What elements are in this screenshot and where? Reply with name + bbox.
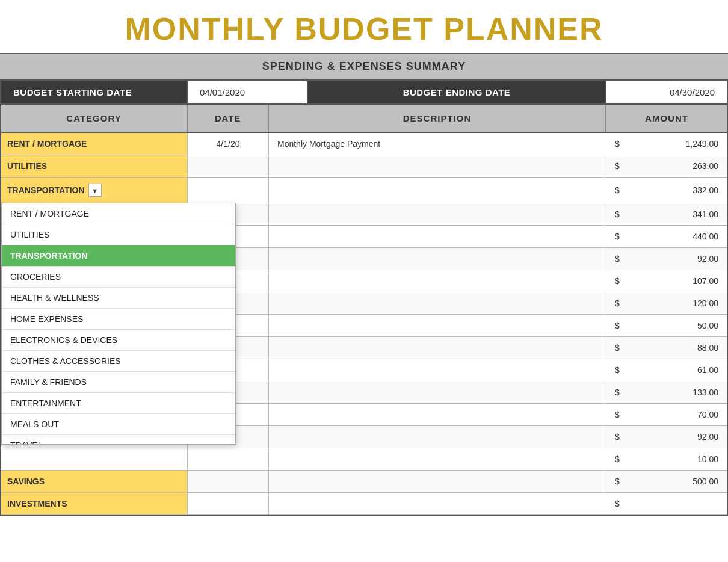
- dollar-sign: $: [615, 365, 627, 375]
- dropdown-item[interactable]: GROCERIES: [2, 267, 235, 288]
- dropdown-item[interactable]: HOME EXPENSES: [2, 309, 235, 330]
- cell-date: [188, 471, 269, 492]
- table-header: CATEGORY DATE DESCRIPTION AMOUNT: [0, 105, 728, 133]
- cell-date: [188, 493, 269, 514]
- dropdown-item[interactable]: CLOTHES & ACCESSORIES: [2, 351, 235, 372]
- cell-description: [269, 315, 606, 336]
- amount-value: 341.00: [627, 209, 718, 219]
- cell-category[interactable]: TRANSPORTATION▼RENT / MORTGAGEUTILITIEST…: [1, 178, 188, 203]
- cell-description: [269, 203, 606, 225]
- dollar-sign: $: [615, 343, 627, 353]
- cell-amount: $1,249.00: [606, 133, 727, 155]
- dollar-sign: $: [615, 432, 627, 442]
- cell-description: [269, 426, 606, 448]
- amount-value: 61.00: [627, 365, 718, 375]
- amount-value: 107.00: [627, 276, 718, 286]
- dollar-sign: $: [615, 209, 627, 219]
- dollar-sign: $: [615, 477, 627, 486]
- dropdown-list: RENT / MORTGAGEUTILITIESTRANSPORTATIONGR…: [2, 203, 235, 444]
- cell-category: [1, 448, 188, 470]
- amount-value: 1,249.00: [627, 139, 718, 149]
- dollar-sign: $: [615, 232, 627, 241]
- table-row: SAVINGS$500.00: [1, 471, 727, 493]
- amount-value: 133.00: [627, 388, 718, 397]
- dropdown-item[interactable]: HEALTH & WELLNESS: [2, 288, 235, 309]
- dropdown-item[interactable]: ENTERTAINMENT: [2, 393, 235, 414]
- category-text: RENT / MORTGAGE: [7, 139, 87, 149]
- dollar-sign: $: [615, 276, 627, 286]
- dollar-sign: $: [615, 321, 627, 330]
- cell-amount: $120.00: [606, 292, 727, 314]
- dropdown-overlay[interactable]: RENT / MORTGAGEUTILITIESTRANSPORTATIONGR…: [1, 203, 236, 445]
- cell-description: [269, 248, 606, 270]
- cell-amount: $: [606, 493, 727, 514]
- cell-category: UTILITIES: [1, 155, 188, 177]
- dropdown-item[interactable]: RENT / MORTGAGE: [2, 203, 235, 224]
- cell-amount: $500.00: [606, 471, 727, 492]
- cell-date: [188, 155, 269, 177]
- dollar-sign: $: [615, 161, 627, 171]
- budget-end-value: 04/30/2020: [606, 81, 727, 103]
- cell-amount: $341.00: [606, 203, 727, 225]
- dropdown-item[interactable]: FAMILY & FRIENDS: [2, 372, 235, 393]
- cell-description: [269, 359, 606, 381]
- cell-description: [269, 448, 606, 470]
- dropdown-item[interactable]: UTILITIES: [2, 224, 235, 245]
- cell-description: [269, 404, 606, 425]
- page-title: MONTHLY BUDGET PLANNER: [0, 11, 728, 47]
- cell-category: INVESTMENTS: [1, 493, 188, 514]
- amount-value: 332.00: [627, 185, 718, 195]
- cell-amount: $88.00: [606, 337, 727, 359]
- col-header-description: DESCRIPTION: [269, 105, 606, 132]
- cell-description: Monthly Mortgage Payment: [269, 133, 606, 155]
- cell-amount: $92.00: [606, 248, 727, 270]
- amount-value: 92.00: [627, 254, 718, 264]
- table-row: $10.00: [1, 448, 727, 471]
- amount-value: 50.00: [627, 321, 718, 330]
- dollar-sign: $: [615, 499, 627, 508]
- cell-amount: $107.00: [606, 270, 727, 292]
- cell-description: [269, 155, 606, 177]
- title-bar: MONTHLY BUDGET PLANNER: [0, 0, 728, 53]
- table-row: UTILITIES$263.00: [1, 155, 727, 178]
- category-text: INVESTMENTS: [7, 499, 67, 508]
- dollar-sign: $: [615, 410, 627, 419]
- dropdown-arrow-icon[interactable]: ▼: [88, 184, 102, 197]
- amount-value: 263.00: [627, 161, 718, 171]
- budget-end-label: BUDGET ENDING DATE: [308, 81, 606, 103]
- budget-start-value: 04/01/2020: [188, 81, 308, 103]
- cell-description: [269, 270, 606, 292]
- cell-amount: $332.00: [606, 178, 727, 203]
- cell-description: [269, 226, 606, 247]
- cell-amount: $10.00: [606, 448, 727, 470]
- dropdown-item[interactable]: TRANSPORTATION: [2, 245, 235, 267]
- cell-amount: $61.00: [606, 359, 727, 381]
- cell-amount: $50.00: [606, 315, 727, 336]
- budget-start-label: BUDGET STARTING DATE: [1, 81, 188, 103]
- subtitle-text: SPENDING & EXPENSES SUMMARY: [262, 60, 466, 72]
- category-text: UTILITIES: [7, 161, 47, 171]
- col-header-date: DATE: [188, 105, 269, 132]
- cell-date: 4/1/20: [188, 133, 269, 155]
- table-row: INVESTMENTS$: [1, 493, 727, 515]
- amount-value: 88.00: [627, 343, 718, 353]
- cell-date: [188, 178, 269, 203]
- table-row: TRANSPORTATION▼RENT / MORTGAGEUTILITIEST…: [1, 178, 727, 203]
- cell-amount: $70.00: [606, 404, 727, 425]
- amount-value: 120.00: [627, 298, 718, 308]
- dropdown-item[interactable]: MEALS OUT: [2, 414, 235, 435]
- cell-amount: $133.00: [606, 381, 727, 403]
- cell-category: SAVINGS: [1, 471, 188, 492]
- table-body: RENT / MORTGAGE4/1/20Monthly Mortgage Pa…: [0, 133, 728, 516]
- amount-value: 92.00: [627, 432, 718, 442]
- amount-value: 500.00: [627, 477, 718, 486]
- cell-description: [269, 381, 606, 403]
- dropdown-item[interactable]: TRAVEL: [2, 435, 235, 444]
- page-wrapper: MONTHLY BUDGET PLANNER SPENDING & EXPENS…: [0, 0, 728, 516]
- dropdown-item[interactable]: ELECTRONICS & DEVICES: [2, 330, 235, 351]
- dollar-sign: $: [615, 454, 627, 464]
- amount-value: 70.00: [627, 410, 718, 419]
- category-text: SAVINGS: [7, 477, 45, 486]
- subtitle-bar: SPENDING & EXPENSES SUMMARY: [0, 53, 728, 80]
- dollar-sign: $: [615, 298, 627, 308]
